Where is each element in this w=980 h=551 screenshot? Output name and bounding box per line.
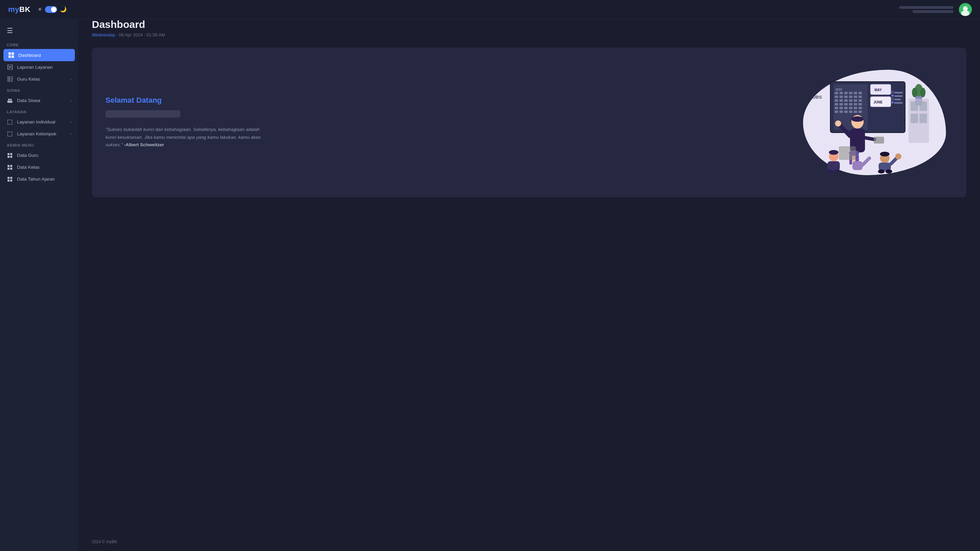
- sidebar-item-data-siswa[interactable]: Data Siswa ›: [0, 95, 78, 106]
- page-day-label: Wednesday: [92, 32, 115, 37]
- data-tahun-ajaran-label: Data Tahun Ajaran: [17, 176, 72, 182]
- svg-rect-22: [8, 153, 10, 155]
- svg-rect-40: [844, 92, 848, 94]
- svg-rect-71: [849, 111, 853, 113]
- dashboard-label: Dashboard: [18, 53, 70, 58]
- svg-point-96: [827, 169, 833, 173]
- theme-toggle[interactable]: [45, 6, 57, 13]
- sidebar-item-data-tahun-ajaran[interactable]: Data Tahun Ajaran: [0, 173, 78, 185]
- sun-icon: ☀: [37, 6, 42, 13]
- svg-rect-68: [835, 111, 838, 113]
- svg-point-107: [878, 169, 885, 173]
- svg-rect-80: [894, 98, 901, 100]
- section-label-siswa: Siswa: [0, 85, 78, 95]
- svg-rect-54: [854, 99, 857, 102]
- svg-rect-38: [835, 92, 838, 94]
- svg-rect-91: [874, 137, 884, 143]
- svg-rect-60: [854, 103, 857, 105]
- svg-rect-119: [920, 114, 927, 123]
- sidebar-item-data-kelas[interactable]: Data Kelas: [0, 161, 78, 173]
- classroom-illustration: JOBS 2022: [803, 71, 946, 173]
- moon-icon: 🌙: [60, 6, 67, 13]
- page-title: Dashboard: [92, 19, 966, 30]
- laporan-icon: [7, 65, 13, 70]
- svg-rect-45: [840, 95, 843, 98]
- svg-point-105: [880, 152, 889, 156]
- layanan-individual-label: Layanan Individual: [17, 119, 66, 124]
- laporan-layanan-label: Laporan Layanan: [17, 65, 72, 70]
- sidebar-item-guru-kelas[interactable]: Guru Kelas ›: [0, 73, 78, 85]
- sidebar-item-data-guru[interactable]: Data Guru: [0, 149, 78, 161]
- footer: 2024 © myBK: [78, 533, 980, 551]
- svg-point-3: [966, 5, 968, 8]
- svg-point-110: [895, 153, 901, 159]
- avatar[interactable]: [959, 3, 972, 16]
- theme-controls: ☀ 🌙: [37, 6, 67, 13]
- svg-point-16: [8, 98, 10, 100]
- svg-rect-5: [11, 52, 14, 55]
- svg-rect-27: [10, 165, 12, 167]
- svg-point-108: [885, 169, 892, 173]
- svg-rect-30: [8, 177, 10, 179]
- card-left: Selamat Datang "Sukses bukanlah kunci da…: [105, 96, 269, 149]
- data-kelas-icon: [7, 165, 13, 170]
- layanan-kelompok-chevron: ›: [70, 132, 72, 137]
- svg-rect-26: [8, 165, 10, 167]
- svg-rect-67: [859, 107, 862, 109]
- sidebar-item-layanan-individual[interactable]: Layanan Individual ›: [0, 116, 78, 128]
- data-kelas-label: Data Kelas: [17, 165, 72, 170]
- svg-point-114: [920, 88, 926, 97]
- svg-rect-85: [891, 102, 894, 103]
- svg-point-89: [835, 121, 841, 127]
- svg-rect-49: [859, 95, 862, 98]
- header-right: [899, 3, 972, 16]
- svg-rect-95: [827, 161, 840, 171]
- welcome-title: Selamat Datang: [105, 96, 269, 105]
- section-label-admin: Admin Menu: [0, 140, 78, 149]
- svg-rect-70: [844, 111, 848, 113]
- svg-point-97: [834, 169, 840, 173]
- data-siswa-chevron: ›: [70, 98, 72, 103]
- svg-rect-83: [891, 95, 894, 97]
- svg-rect-79: [894, 95, 903, 97]
- svg-rect-6: [8, 56, 11, 58]
- svg-rect-78: [894, 92, 903, 94]
- svg-rect-116: [911, 102, 918, 111]
- layanan-individual-chevron: ›: [70, 120, 72, 124]
- svg-rect-52: [844, 99, 848, 102]
- illustration-area: JOBS 2022: [796, 65, 953, 180]
- svg-rect-21: [8, 132, 12, 137]
- svg-rect-25: [10, 156, 12, 158]
- svg-rect-117: [920, 102, 927, 111]
- svg-line-103: [862, 158, 869, 165]
- search-bar-short: [913, 10, 953, 13]
- section-label-layanan: Layanan: [0, 106, 78, 116]
- svg-rect-69: [840, 111, 843, 113]
- sidebar-item-dashboard[interactable]: Dashboard: [3, 49, 75, 61]
- sidebar-item-layanan-kelompok[interactable]: Layanan Kelompok ›: [0, 128, 78, 140]
- header-left: myBK ☀ 🌙: [8, 5, 67, 14]
- svg-rect-33: [10, 179, 12, 182]
- svg-rect-24: [8, 156, 10, 158]
- svg-rect-23: [10, 153, 12, 155]
- svg-rect-32: [8, 179, 10, 182]
- svg-rect-39: [840, 92, 843, 94]
- svg-rect-81: [894, 102, 903, 104]
- svg-rect-31: [10, 177, 12, 179]
- svg-rect-61: [859, 103, 862, 105]
- data-guru-label: Data Guru: [17, 153, 72, 158]
- svg-rect-64: [844, 107, 848, 109]
- guru-kelas-label: Guru Kelas: [17, 76, 66, 82]
- sidebar: ☰ Core Dashboard Laporan Layanan Guru Ke…: [0, 19, 78, 551]
- data-tahun-ajaran-icon: [7, 177, 13, 182]
- svg-text:JUNE: JUNE: [873, 100, 883, 104]
- logo-prefix: my: [8, 5, 19, 14]
- svg-rect-12: [8, 76, 13, 82]
- sidebar-item-laporan-layanan[interactable]: Laporan Layanan: [0, 61, 78, 73]
- guru-kelas-icon: [7, 76, 13, 82]
- svg-rect-59: [849, 103, 853, 105]
- menu-icon[interactable]: ☰: [7, 27, 13, 35]
- svg-rect-41: [849, 92, 853, 94]
- svg-rect-43: [859, 92, 862, 94]
- section-label-core: Core: [0, 40, 78, 49]
